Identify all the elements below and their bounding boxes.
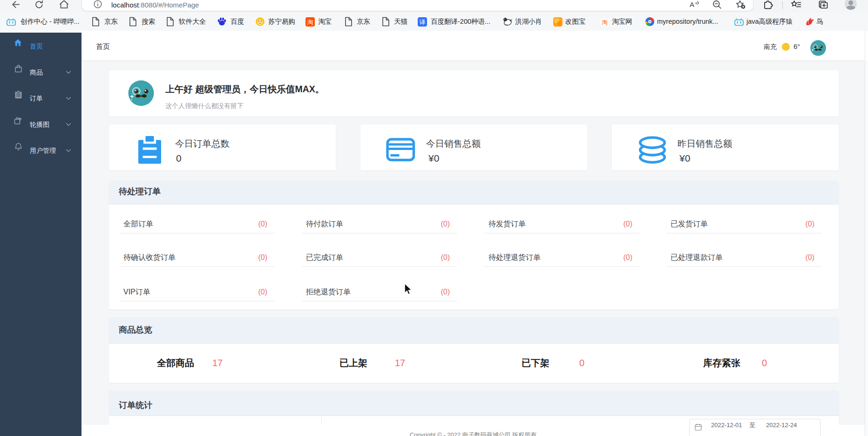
- svg-text:淘: 淘: [307, 19, 313, 26]
- svg-text:淘: 淘: [602, 19, 608, 26]
- svg-text:A: A: [690, 0, 694, 8]
- svg-text:译: 译: [420, 19, 426, 26]
